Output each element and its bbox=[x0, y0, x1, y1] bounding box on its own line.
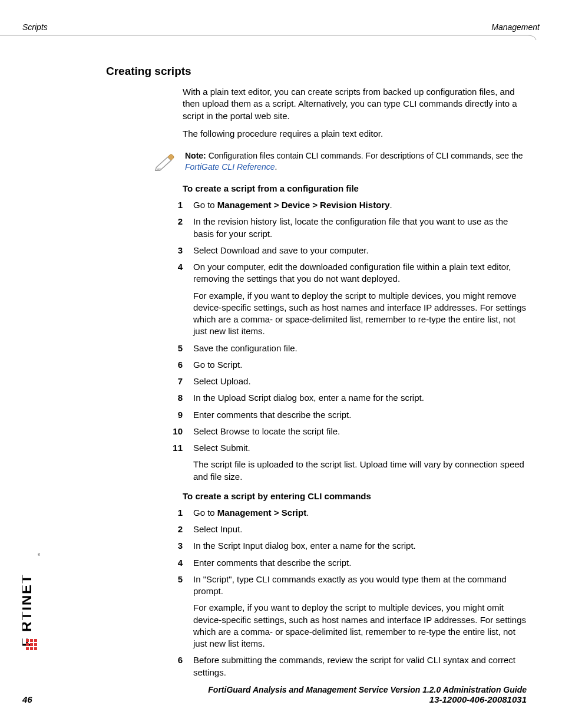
step-item: 8In the Upload Script dialog box, enter … bbox=[159, 392, 527, 404]
svg-rect-7 bbox=[30, 643, 33, 646]
header-left: Scripts bbox=[22, 22, 48, 32]
fortinet-logo: F RTINET ® bbox=[22, 551, 40, 669]
step-number: 1 bbox=[159, 199, 193, 211]
svg-rect-8 bbox=[34, 643, 37, 646]
step-item: 9Enter comments that describe the script… bbox=[159, 409, 527, 421]
step-number: 7 bbox=[159, 375, 193, 387]
doc-number: 13-12000-406-20081031 bbox=[429, 694, 527, 704]
step-body: In the Upload Script dialog box, enter a… bbox=[193, 392, 527, 404]
step-para: Select Browse to locate the script file. bbox=[193, 426, 527, 437]
step-item: 3Select Download and save to your comput… bbox=[159, 245, 527, 256]
step-para: Enter comments that describe the script. bbox=[193, 557, 527, 569]
svg-text:®: ® bbox=[38, 553, 40, 556]
step-para: In the Upload Script dialog box, enter a… bbox=[193, 392, 527, 404]
step-body: Select Download and save to your compute… bbox=[193, 245, 527, 256]
intro-p1: With a plain text editor, you can create… bbox=[183, 86, 527, 122]
step-para: Go to Script. bbox=[193, 359, 527, 371]
step-body: Before submitting the commands, review t… bbox=[193, 654, 527, 678]
step-item: 4Enter comments that describe the script… bbox=[159, 557, 527, 569]
step-body: Go to Script. bbox=[193, 359, 527, 371]
step-body: Save the configuration file. bbox=[193, 342, 527, 354]
step-number: 4 bbox=[159, 557, 193, 569]
page: Scripts Management Creating scripts With… bbox=[0, 0, 562, 728]
step-body: Select Upload. bbox=[193, 375, 527, 387]
step-body: On your computer, edit the downloaded co… bbox=[193, 261, 527, 338]
note-icon bbox=[153, 150, 176, 173]
step-body: In the Script Input dialog box, enter a … bbox=[193, 540, 527, 552]
step-number: 11 bbox=[159, 442, 193, 483]
step-item: 11Select Submit.The script file is uploa… bbox=[159, 442, 527, 483]
svg-rect-9 bbox=[26, 647, 29, 650]
svg-rect-6 bbox=[26, 643, 29, 646]
step-number: 2 bbox=[159, 216, 193, 240]
proc2-steps: 1Go to Management > Script.2Select Input… bbox=[159, 507, 527, 678]
step-para: Go to Management > Script. bbox=[193, 507, 527, 519]
step-item: 2Select Input. bbox=[159, 523, 527, 535]
step-item: 1Go to Management > Device > Revision Hi… bbox=[159, 199, 527, 211]
step-item: 6Before submitting the commands, review … bbox=[159, 654, 527, 678]
step-para: The script file is uploaded to the scrip… bbox=[193, 459, 527, 483]
proc2-heading: To create a script by entering CLI comma… bbox=[183, 491, 527, 501]
svg-rect-11 bbox=[34, 647, 37, 650]
step-para: In the revision history list, locate the… bbox=[193, 216, 527, 240]
step-para: For example, if you want to deploy the s… bbox=[193, 602, 527, 650]
step-item: 10Select Browse to locate the script fil… bbox=[159, 426, 527, 437]
svg-rect-3 bbox=[26, 639, 29, 642]
step-para: On your computer, edit the downloaded co… bbox=[193, 261, 527, 285]
svg-text:F   RTINET: F RTINET bbox=[22, 574, 34, 647]
note-after: . bbox=[275, 162, 277, 172]
footer: FortiGuard Analysis and Management Servi… bbox=[22, 685, 527, 704]
note-link[interactable]: FortiGate CLI Reference bbox=[185, 162, 275, 172]
svg-rect-4 bbox=[30, 639, 33, 642]
step-para: Select Upload. bbox=[193, 375, 527, 387]
footer-title: FortiGuard Analysis and Management Servi… bbox=[22, 685, 527, 694]
note-block: Note: Configuration files contain CLI co… bbox=[153, 150, 527, 173]
content-area: Creating scripts With a plain text edito… bbox=[106, 65, 527, 683]
step-number: 6 bbox=[159, 359, 193, 371]
step-para: Save the configuration file. bbox=[193, 342, 527, 354]
note-text: Note: Configuration files contain CLI co… bbox=[185, 150, 527, 173]
step-item: 6Go to Script. bbox=[159, 359, 527, 371]
step-item: 3In the Script Input dialog box, enter a… bbox=[159, 540, 527, 552]
step-para: Select Download and save to your compute… bbox=[193, 245, 527, 256]
step-body: Enter comments that describe the script. bbox=[193, 409, 527, 421]
note-label: Note: bbox=[185, 151, 206, 160]
svg-rect-10 bbox=[30, 647, 33, 650]
step-number: 4 bbox=[159, 261, 193, 338]
proc1-heading: To create a script from a configuration … bbox=[183, 183, 527, 193]
step-number: 5 bbox=[159, 342, 193, 354]
step-para: In "Script", type CLI commands exactly a… bbox=[193, 574, 527, 598]
step-item: 4On your computer, edit the downloaded c… bbox=[159, 261, 527, 338]
step-number: 5 bbox=[159, 574, 193, 650]
step-item: 2In the revision history list, locate th… bbox=[159, 216, 527, 240]
step-item: 1Go to Management > Script. bbox=[159, 507, 527, 519]
step-item: 7Select Upload. bbox=[159, 375, 527, 387]
step-para: In the Script Input dialog box, enter a … bbox=[193, 540, 527, 552]
step-item: 5Save the configuration file. bbox=[159, 342, 527, 354]
running-header: Scripts Management bbox=[22, 22, 540, 32]
step-number: 3 bbox=[159, 540, 193, 552]
note-before: Configuration files contain CLI commands… bbox=[206, 151, 523, 160]
step-para: Go to Management > Device > Revision His… bbox=[193, 199, 527, 211]
step-para: Select Submit. bbox=[193, 442, 527, 454]
step-body: In the revision history list, locate the… bbox=[193, 216, 527, 240]
intro-p2: The following procedure requires a plain… bbox=[183, 128, 527, 140]
header-right: Management bbox=[491, 22, 540, 32]
step-number: 6 bbox=[159, 654, 193, 678]
step-body: Go to Management > Device > Revision His… bbox=[193, 199, 527, 211]
step-number: 8 bbox=[159, 392, 193, 404]
step-number: 2 bbox=[159, 523, 193, 535]
step-para: For example, if you want to deploy the s… bbox=[193, 290, 527, 338]
step-item: 5In "Script", type CLI commands exactly … bbox=[159, 574, 527, 650]
step-number: 3 bbox=[159, 245, 193, 256]
step-para: Select Input. bbox=[193, 523, 527, 535]
step-body: Enter comments that describe the script. bbox=[193, 557, 527, 569]
svg-rect-5 bbox=[34, 639, 37, 642]
proc1-steps: 1Go to Management > Device > Revision Hi… bbox=[159, 199, 527, 483]
step-number: 1 bbox=[159, 507, 193, 519]
section-title: Creating scripts bbox=[106, 65, 527, 78]
step-number: 10 bbox=[159, 426, 193, 437]
step-body: Select Browse to locate the script file. bbox=[193, 426, 527, 437]
page-number: 46 bbox=[22, 694, 32, 704]
header-rule bbox=[0, 34, 540, 40]
